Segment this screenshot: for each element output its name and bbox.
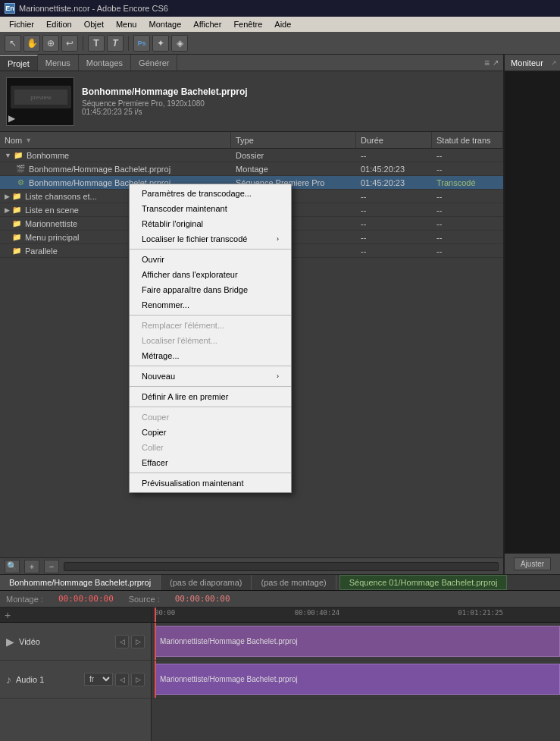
add-track-btn[interactable]: + xyxy=(5,609,11,621)
audio-clip[interactable]: Marionnettiste/Hommage Bachelet.prproj xyxy=(155,664,560,695)
monitor-tab-arrow: ↗ xyxy=(551,59,560,67)
bottom-tab-1[interactable]: (pas de diaporama) xyxy=(161,575,252,590)
title-text: Marionnettiste.ncor - Adobe Encore CS6 xyxy=(19,4,168,13)
toolbar-hand[interactable]: ✋ xyxy=(23,35,40,52)
cell-type-1: Montage xyxy=(231,162,356,175)
audio-ctrl-left[interactable]: ◁ xyxy=(115,673,129,686)
menu-edition[interactable]: Edition xyxy=(40,17,78,32)
audio-track-icon: ♪ xyxy=(6,673,11,686)
ctx-retablir[interactable]: Rétablir l'original xyxy=(130,216,291,231)
panel-menu-icon[interactable]: ≡ xyxy=(484,58,490,68)
col-header-type: Type xyxy=(231,132,356,148)
ctx-previsualisation-label: Prévisualisation maintenant xyxy=(142,479,244,488)
ctx-renommer-label: Renommer... xyxy=(142,300,189,309)
ruler-mark-1: 00:00:40:24 xyxy=(295,609,340,617)
toolbar-ps[interactable]: Ps xyxy=(133,35,150,52)
timeline-tracks: + ▶ Vidéo ◁ ▷ ♪ Audio 1 fr en xyxy=(0,608,560,741)
menu-fenetre[interactable]: Fenêtre xyxy=(227,17,268,32)
menu-bar: Fichier Edition Objet Menu Montage Affic… xyxy=(0,17,560,32)
video-clip-label: Marionnettiste/Hommage Bachelet.prproj xyxy=(160,637,298,645)
panel-expand-icon[interactable]: ↗ xyxy=(493,58,499,67)
cell-stat-2: Transcodé xyxy=(432,176,503,189)
footer-filter-btn[interactable]: 🔍 xyxy=(5,560,20,573)
ctx-nouveau-label: Nouveau xyxy=(142,372,175,381)
video-track-icon: ▶ xyxy=(6,636,14,648)
audio-track-name: Audio 1 xyxy=(16,675,44,684)
video-ctrl-right[interactable]: ▷ xyxy=(131,635,145,648)
ctx-definir[interactable]: Définir A lire en premier xyxy=(130,389,291,404)
ctx-definir-label: Définir A lire en premier xyxy=(142,392,228,401)
preview-play-btn[interactable]: ▶ xyxy=(8,113,15,124)
menu-objet[interactable]: Objet xyxy=(78,17,110,32)
ctx-previsualisation[interactable]: Prévisualisation maintenant xyxy=(130,476,291,491)
app-icon: En xyxy=(5,3,15,14)
ctx-coller: Coller xyxy=(130,440,291,455)
table-row[interactable]: ▼ 📁 Bonhomme Dossier -- -- xyxy=(0,149,503,162)
ctx-bridge[interactable]: Faire apparaître dans Bridge xyxy=(130,282,291,297)
video-clip[interactable]: Marionnettiste/Hommage Bachelet.prproj xyxy=(155,626,560,657)
ctx-parametres[interactable]: Paramètres de transcodage... xyxy=(130,186,291,201)
video-track-name: Vidéo xyxy=(19,637,40,646)
ctx-transcoder[interactable]: Transcoder maintenant xyxy=(130,201,291,216)
video-ctrl-left[interactable]: ◁ xyxy=(115,635,129,648)
ctx-remplacer-label: Remplacer l'élément... xyxy=(142,321,224,330)
ctx-renommer[interactable]: Renommer... xyxy=(130,297,291,312)
svg-text:preview: preview xyxy=(30,94,52,101)
folder-icon-3: 📁 xyxy=(11,191,22,202)
ctx-afficher-label: Afficher dans l'explorateur xyxy=(142,270,238,279)
ctx-ouvrir-label: Ouvrir xyxy=(142,255,164,264)
audio-lang-select[interactable]: fr en xyxy=(84,673,113,686)
col-header-statut: Statut de trans xyxy=(432,132,503,148)
horizontal-scrollbar[interactable] xyxy=(64,562,499,571)
tab-generer[interactable]: Générer xyxy=(131,55,177,71)
menu-montage[interactable]: Montage xyxy=(142,17,187,32)
bottom-tab-3[interactable]: Séquence 01/Hommage Bachelet.prproj xyxy=(339,575,508,590)
tab-montages[interactable]: Montages xyxy=(79,55,131,71)
menu-fichier[interactable]: Fichier xyxy=(3,17,40,32)
bottom-tab-0[interactable]: Bonhomme/Hommage Bachelet.prproj xyxy=(0,575,161,590)
menu-menu[interactable]: Menu xyxy=(110,17,143,32)
ctx-sep-4 xyxy=(130,386,291,387)
montage-icon-1: 🎬 xyxy=(15,164,26,174)
ctx-coller-label: Coller xyxy=(142,443,164,452)
preview-info: Bonhomme/Hommage Bachelet.prproj Séquenc… xyxy=(82,86,248,116)
tab-projet[interactable]: Projet xyxy=(0,55,38,71)
adjust-button[interactable]: Ajuster xyxy=(514,557,551,570)
title-bar: En Marionnettiste.ncor - Adobe Encore CS… xyxy=(0,0,560,17)
cell-stat-5: -- xyxy=(432,217,503,230)
table-row[interactable]: 🎬 Bonhomme/Hommage Bachelet.prproj Monta… xyxy=(0,162,503,176)
playhead[interactable] xyxy=(155,608,156,622)
tab-moniteur[interactable]: Moniteur xyxy=(505,56,549,70)
toolbar-extra[interactable]: ◈ xyxy=(171,35,188,52)
toolbar-text2[interactable]: T xyxy=(107,35,124,52)
toolbar-zoom[interactable]: ⊕ xyxy=(42,35,59,52)
cell-stat-7: -- xyxy=(432,244,503,257)
footer-delete-btn[interactable]: − xyxy=(44,560,59,573)
cell-dur-7: -- xyxy=(356,244,432,257)
toolbar-star[interactable]: ✦ xyxy=(152,35,169,52)
menu-aide[interactable]: Aide xyxy=(268,17,297,32)
ctx-effacer[interactable]: Effacer xyxy=(130,455,291,470)
menu-afficher[interactable]: Afficher xyxy=(187,17,227,32)
ctx-copier[interactable]: Copier xyxy=(130,425,291,440)
video-track-content: Marionnettiste/Hommage Bachelet.prproj xyxy=(152,623,560,661)
toolbar-text[interactable]: T xyxy=(88,35,105,52)
ctx-sep-3 xyxy=(130,366,291,366)
file-list-header: Nom ▼ Type Durée Statut de trans xyxy=(0,132,503,149)
ctx-afficher[interactable]: Afficher dans l'explorateur xyxy=(130,267,291,282)
ctx-metrage[interactable]: Métrage... xyxy=(130,348,291,363)
cell-dur-1: 01:45:20:23 xyxy=(356,162,432,175)
footer-add-btn[interactable]: + xyxy=(24,560,39,573)
ctx-couper: Couper xyxy=(130,410,291,425)
ctx-ouvrir[interactable]: Ouvrir xyxy=(130,252,291,267)
bottom-tab-2[interactable]: (pas de montage) xyxy=(252,575,336,590)
toolbar: ↖ ✋ ⊕ ↩ T T Ps ✦ ◈ xyxy=(0,32,560,55)
audio-ctrl-right[interactable]: ▷ xyxy=(131,673,145,686)
toolbar-undo[interactable]: ↩ xyxy=(61,35,78,52)
ctx-nouveau[interactable]: Nouveau › xyxy=(130,369,291,384)
expand-arrow-3: ▶ xyxy=(5,193,10,200)
ctx-localiser-trans[interactable]: Localiser le fichier transcodé › xyxy=(130,231,291,246)
tab-menus[interactable]: Menus xyxy=(38,55,79,71)
toolbar-select[interactable]: ↖ xyxy=(5,35,21,52)
ctx-sep-5 xyxy=(130,407,291,407)
